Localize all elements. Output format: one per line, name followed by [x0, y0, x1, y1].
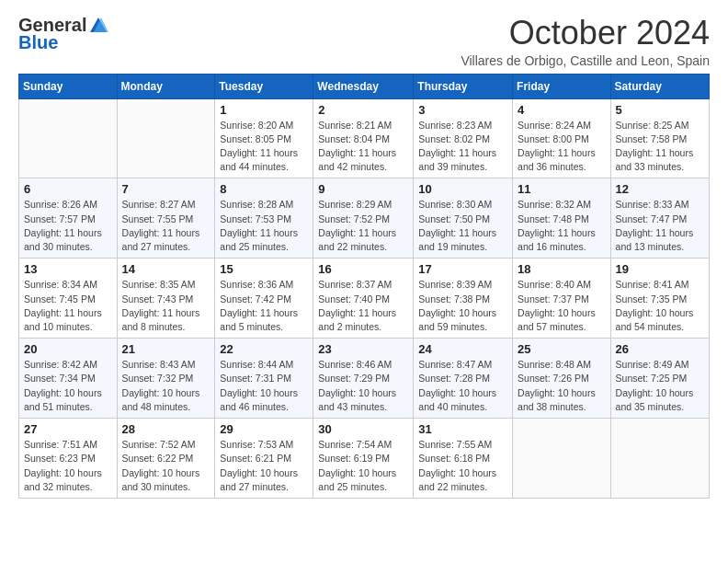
header: General Blue October 2024 Villares de Or… — [18, 15, 710, 68]
day-info: Sunrise: 7:52 AM Sunset: 6:22 PM Dayligh… — [122, 438, 210, 494]
calendar-cell: 19Sunrise: 8:41 AM Sunset: 7:35 PM Dayli… — [610, 259, 709, 339]
day-info: Sunrise: 8:29 AM Sunset: 7:52 PM Dayligh… — [318, 198, 408, 254]
calendar-cell: 11Sunrise: 8:32 AM Sunset: 7:48 PM Dayli… — [513, 178, 611, 259]
week-row-3: 13Sunrise: 8:34 AM Sunset: 7:45 PM Dayli… — [19, 259, 710, 339]
day-number: 2 — [318, 103, 408, 117]
calendar-cell: 30Sunrise: 7:54 AM Sunset: 6:19 PM Dayli… — [313, 419, 414, 499]
calendar-cell: 22Sunrise: 8:44 AM Sunset: 7:31 PM Dayli… — [215, 339, 313, 419]
day-number: 10 — [418, 182, 507, 196]
calendar-cell: 1Sunrise: 8:20 AM Sunset: 8:05 PM Daylig… — [215, 98, 313, 178]
day-number: 28 — [122, 422, 210, 436]
calendar-cell: 28Sunrise: 7:52 AM Sunset: 6:22 PM Dayli… — [117, 419, 215, 499]
day-number: 18 — [518, 262, 606, 276]
day-info: Sunrise: 8:33 AM Sunset: 7:47 PM Dayligh… — [616, 198, 704, 254]
calendar-cell: 6Sunrise: 8:26 AM Sunset: 7:57 PM Daylig… — [19, 178, 118, 259]
day-number: 8 — [220, 182, 308, 196]
week-row-2: 6Sunrise: 8:26 AM Sunset: 7:57 PM Daylig… — [19, 178, 710, 259]
calendar-cell: 27Sunrise: 7:51 AM Sunset: 6:23 PM Dayli… — [19, 419, 118, 499]
day-info: Sunrise: 8:25 AM Sunset: 7:58 PM Dayligh… — [616, 119, 704, 175]
calendar-cell: 4Sunrise: 8:24 AM Sunset: 8:00 PM Daylig… — [513, 98, 611, 178]
day-number: 5 — [616, 103, 704, 117]
calendar-cell: 12Sunrise: 8:33 AM Sunset: 7:47 PM Dayli… — [610, 178, 709, 259]
day-info: Sunrise: 8:23 AM Sunset: 8:02 PM Dayligh… — [418, 119, 507, 175]
logo-icon — [88, 16, 108, 36]
weekday-header-monday: Monday — [117, 74, 215, 98]
calendar-cell: 17Sunrise: 8:39 AM Sunset: 7:38 PM Dayli… — [414, 259, 513, 339]
title-block: October 2024 Villares de Orbigo, Castill… — [461, 15, 710, 68]
calendar-cell: 16Sunrise: 8:37 AM Sunset: 7:40 PM Dayli… — [313, 259, 414, 339]
day-info: Sunrise: 8:28 AM Sunset: 7:53 PM Dayligh… — [220, 198, 308, 254]
calendar-cell: 7Sunrise: 8:27 AM Sunset: 7:55 PM Daylig… — [117, 178, 215, 259]
day-number: 21 — [122, 342, 210, 356]
day-number: 1 — [220, 103, 308, 117]
day-number: 29 — [220, 422, 308, 436]
calendar-cell: 18Sunrise: 8:40 AM Sunset: 7:37 PM Dayli… — [513, 259, 611, 339]
week-row-1: 1Sunrise: 8:20 AM Sunset: 8:05 PM Daylig… — [19, 98, 710, 178]
weekday-header-wednesday: Wednesday — [313, 74, 414, 98]
weekday-header-thursday: Thursday — [414, 74, 513, 98]
weekday-header-row: SundayMondayTuesdayWednesdayThursdayFrid… — [19, 74, 710, 98]
calendar-cell: 10Sunrise: 8:30 AM Sunset: 7:50 PM Dayli… — [414, 178, 513, 259]
day-info: Sunrise: 8:39 AM Sunset: 7:38 PM Dayligh… — [418, 278, 507, 334]
day-info: Sunrise: 8:48 AM Sunset: 7:26 PM Dayligh… — [518, 358, 606, 414]
day-info: Sunrise: 8:47 AM Sunset: 7:28 PM Dayligh… — [418, 358, 507, 414]
day-number: 16 — [318, 262, 408, 276]
weekday-header-friday: Friday — [513, 74, 611, 98]
day-info: Sunrise: 8:30 AM Sunset: 7:50 PM Dayligh… — [418, 198, 507, 254]
calendar-cell: 9Sunrise: 8:29 AM Sunset: 7:52 PM Daylig… — [313, 178, 414, 259]
day-info: Sunrise: 8:37 AM Sunset: 7:40 PM Dayligh… — [318, 278, 408, 334]
calendar-cell — [513, 419, 611, 499]
weekday-header-tuesday: Tuesday — [215, 74, 313, 98]
day-number: 19 — [616, 262, 704, 276]
calendar-cell — [19, 98, 118, 178]
page: General Blue October 2024 Villares de Or… — [0, 0, 728, 517]
day-info: Sunrise: 8:46 AM Sunset: 7:29 PM Dayligh… — [318, 358, 408, 414]
calendar-cell: 26Sunrise: 8:49 AM Sunset: 7:25 PM Dayli… — [610, 339, 709, 419]
day-number: 15 — [220, 262, 308, 276]
calendar-cell: 21Sunrise: 8:43 AM Sunset: 7:32 PM Dayli… — [117, 339, 215, 419]
day-info: Sunrise: 8:26 AM Sunset: 7:57 PM Dayligh… — [24, 198, 112, 254]
day-number: 25 — [518, 342, 606, 356]
calendar-cell: 29Sunrise: 7:53 AM Sunset: 6:21 PM Dayli… — [215, 419, 313, 499]
day-info: Sunrise: 7:54 AM Sunset: 6:19 PM Dayligh… — [318, 438, 408, 494]
day-number: 13 — [24, 262, 112, 276]
day-info: Sunrise: 8:40 AM Sunset: 7:37 PM Dayligh… — [518, 278, 606, 334]
calendar-cell: 2Sunrise: 8:21 AM Sunset: 8:04 PM Daylig… — [313, 98, 414, 178]
day-number: 27 — [24, 422, 112, 436]
day-number: 14 — [122, 262, 210, 276]
day-number: 26 — [616, 342, 704, 356]
day-info: Sunrise: 8:49 AM Sunset: 7:25 PM Dayligh… — [616, 358, 704, 414]
day-info: Sunrise: 8:36 AM Sunset: 7:42 PM Dayligh… — [220, 278, 308, 334]
day-info: Sunrise: 8:27 AM Sunset: 7:55 PM Dayligh… — [122, 198, 210, 254]
day-number: 6 — [24, 182, 112, 196]
location-subtitle: Villares de Orbigo, Castille and Leon, S… — [461, 53, 710, 68]
day-info: Sunrise: 8:43 AM Sunset: 7:32 PM Dayligh… — [122, 358, 210, 414]
day-number: 9 — [318, 182, 408, 196]
day-info: Sunrise: 8:44 AM Sunset: 7:31 PM Dayligh… — [220, 358, 308, 414]
day-number: 7 — [122, 182, 210, 196]
day-number: 31 — [418, 422, 507, 436]
calendar-cell — [117, 98, 215, 178]
calendar-cell: 8Sunrise: 8:28 AM Sunset: 7:53 PM Daylig… — [215, 178, 313, 259]
calendar-cell: 24Sunrise: 8:47 AM Sunset: 7:28 PM Dayli… — [414, 339, 513, 419]
day-number: 20 — [24, 342, 112, 356]
day-number: 12 — [616, 182, 704, 196]
week-row-5: 27Sunrise: 7:51 AM Sunset: 6:23 PM Dayli… — [19, 419, 710, 499]
calendar-cell: 20Sunrise: 8:42 AM Sunset: 7:34 PM Dayli… — [19, 339, 118, 419]
weekday-header-sunday: Sunday — [19, 74, 118, 98]
day-info: Sunrise: 8:35 AM Sunset: 7:43 PM Dayligh… — [122, 278, 210, 334]
calendar-cell: 23Sunrise: 8:46 AM Sunset: 7:29 PM Dayli… — [313, 339, 414, 419]
day-info: Sunrise: 8:41 AM Sunset: 7:35 PM Dayligh… — [616, 278, 704, 334]
day-info: Sunrise: 8:34 AM Sunset: 7:45 PM Dayligh… — [24, 278, 112, 334]
day-number: 24 — [418, 342, 507, 356]
day-info: Sunrise: 8:21 AM Sunset: 8:04 PM Dayligh… — [318, 119, 408, 175]
logo-blue-text: Blue — [18, 32, 58, 53]
day-number: 30 — [318, 422, 408, 436]
day-number: 17 — [418, 262, 507, 276]
calendar-cell: 3Sunrise: 8:23 AM Sunset: 8:02 PM Daylig… — [414, 98, 513, 178]
calendar-cell: 25Sunrise: 8:48 AM Sunset: 7:26 PM Dayli… — [513, 339, 611, 419]
day-number: 22 — [220, 342, 308, 356]
day-info: Sunrise: 7:51 AM Sunset: 6:23 PM Dayligh… — [24, 438, 112, 494]
day-number: 3 — [418, 103, 507, 117]
day-number: 4 — [518, 103, 606, 117]
